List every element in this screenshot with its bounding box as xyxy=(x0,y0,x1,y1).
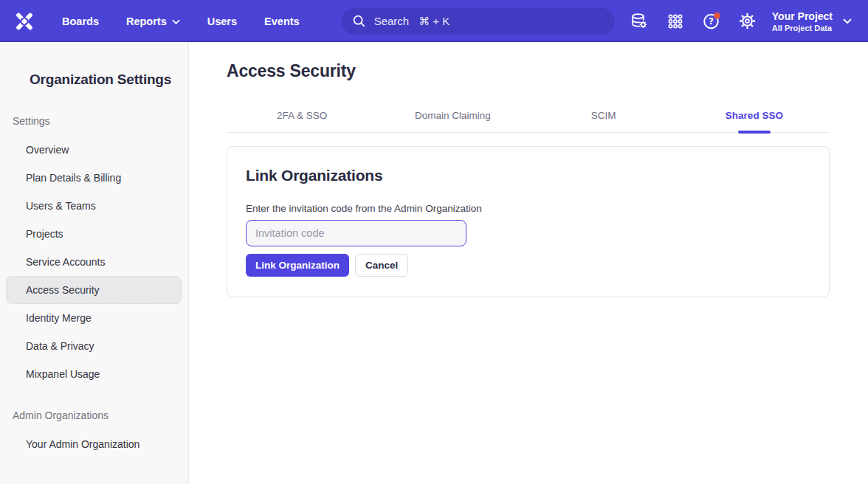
nav-boards[interactable]: Boards xyxy=(62,15,99,27)
search-shortcut: ⌘ + K xyxy=(418,15,450,28)
admin-organizations-list: Your Admin Organization xyxy=(0,430,188,458)
sidebar-item-mixpanel-usage[interactable]: Mixpanel Usage xyxy=(6,360,182,388)
svg-text:?: ? xyxy=(709,16,714,27)
tab-2fa-sso[interactable]: 2FA & SSO xyxy=(227,110,377,132)
main-content: Access Security 2FA & SSO Domain Claimin… xyxy=(189,42,868,484)
page: Boards Reports Users Events Search ⌘ + K xyxy=(0,0,868,484)
nav-reports[interactable]: Reports xyxy=(126,15,180,27)
card-actions: Link Organization Cancel xyxy=(246,254,810,277)
project-info: Your Project All Project Data xyxy=(772,10,833,33)
sidebar-item-users-teams[interactable]: Users & Teams xyxy=(6,192,182,220)
global-search-input[interactable]: Search ⌘ + K xyxy=(342,8,615,35)
apps-grid-icon[interactable] xyxy=(666,12,685,31)
sidebar-item-projects[interactable]: Projects xyxy=(6,220,182,248)
sidebar-item-your-admin-organization[interactable]: Your Admin Organization xyxy=(6,430,182,458)
primary-nav: Boards Reports Users Events xyxy=(62,15,300,27)
chevron-down-icon xyxy=(172,19,180,25)
settings-sidebar: Organization Settings Settings Overview … xyxy=(0,42,189,484)
tab-label: Shared SSO xyxy=(726,110,783,121)
tab-scim[interactable]: SCIM xyxy=(528,110,679,132)
data-management-icon[interactable] xyxy=(630,12,649,31)
notification-dot xyxy=(714,12,720,18)
tab-label: Domain Claiming xyxy=(415,110,491,121)
link-organizations-card: Link Organizations Enter the invitation … xyxy=(227,146,830,297)
navbar-icon-group: ? xyxy=(630,12,757,31)
mixpanel-logo-icon[interactable] xyxy=(13,10,35,32)
link-organization-button[interactable]: Link Organization xyxy=(246,254,349,277)
access-security-tabs: 2FA & SSO Domain Claiming SCIM Shared SS… xyxy=(227,110,830,133)
help-icon[interactable]: ? xyxy=(702,12,721,31)
tab-label: 2FA & SSO xyxy=(277,110,327,121)
project-name: Your Project xyxy=(772,10,833,23)
sidebar-item-identity-merge[interactable]: Identity Merge xyxy=(6,304,182,332)
invitation-code-label: Enter the invitation code from the Admin… xyxy=(246,203,810,214)
sidebar-item-data-privacy[interactable]: Data & Privacy xyxy=(6,332,182,360)
sidebar-item-service-accounts[interactable]: Service Accounts xyxy=(6,248,182,276)
search-placeholder: Search xyxy=(374,15,410,27)
search-icon xyxy=(352,14,366,28)
sidebar-item-overview[interactable]: Overview xyxy=(6,136,182,164)
tab-domain-claiming[interactable]: Domain Claiming xyxy=(377,110,528,132)
project-dataset: All Project Data xyxy=(772,23,833,33)
sidebar-item-plan-details-billing[interactable]: Plan Details & Billing xyxy=(6,164,182,192)
sidebar-title: Organization Settings xyxy=(30,72,188,88)
section-header-settings: Settings xyxy=(13,115,188,127)
settings-list: Overview Plan Details & Billing Users & … xyxy=(0,136,188,388)
settings-gear-icon[interactable] xyxy=(738,12,757,31)
card-title: Link Organizations xyxy=(246,167,810,184)
nav-events[interactable]: Events xyxy=(264,15,300,27)
nav-users[interactable]: Users xyxy=(207,15,237,27)
top-navbar: Boards Reports Users Events Search ⌘ + K xyxy=(0,0,868,42)
active-tab-indicator xyxy=(738,131,771,134)
project-switcher[interactable]: Your Project All Project Data xyxy=(772,10,856,33)
nav-reports-label: Reports xyxy=(126,15,167,27)
chevron-down-icon xyxy=(843,18,852,24)
cancel-button[interactable]: Cancel xyxy=(355,254,408,277)
sidebar-item-access-security[interactable]: Access Security xyxy=(6,276,182,304)
invitation-code-input[interactable] xyxy=(246,220,466,246)
section-header-admin-organizations: Admin Organizations xyxy=(13,409,188,421)
tab-label: SCIM xyxy=(591,110,616,121)
page-title: Access Security xyxy=(227,61,830,81)
tab-shared-sso[interactable]: Shared SSO xyxy=(679,110,830,132)
